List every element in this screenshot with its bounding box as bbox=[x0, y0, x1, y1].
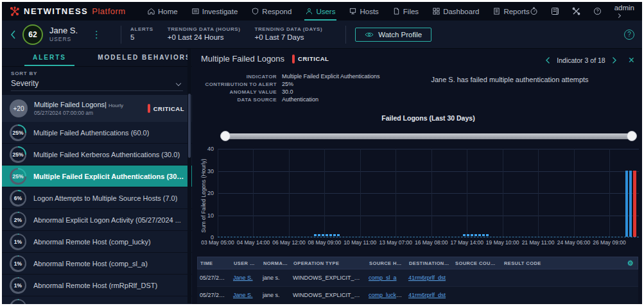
brand-logo[interactable]: NETWITNESS Platform bbox=[10, 6, 148, 17]
alert-indicator-item[interactable]: 1%Abnormal Remote Host (comp_lucky) bbox=[2, 231, 192, 252]
nav-label: Users bbox=[316, 8, 335, 15]
pager-next-button[interactable] bbox=[612, 56, 617, 64]
slider-handle-right[interactable] bbox=[627, 131, 637, 141]
nav-item-files[interactable]: Files bbox=[393, 2, 419, 21]
context-help-icon[interactable]: ? bbox=[624, 30, 634, 40]
close-icon[interactable]: × bbox=[629, 55, 634, 65]
data-point-marker[interactable] bbox=[478, 234, 481, 236]
alert-indicator-label: Multiple Failed Authentications (60.0) bbox=[33, 129, 149, 137]
sidebar-scrollbar[interactable] bbox=[187, 49, 191, 303]
chart-plot-area[interactable]: 010203040 bbox=[218, 149, 639, 237]
indicator-severity-badge: CRITICAL bbox=[292, 55, 329, 64]
x-tick-label: 16 May 08:00 bbox=[415, 239, 448, 246]
data-point-marker[interactable] bbox=[314, 234, 317, 236]
nav-item-investigate[interactable]: Investigate bbox=[192, 2, 238, 21]
jobs-panel-icon[interactable] bbox=[551, 7, 559, 15]
events-table: TIMEUSER NAMENORMALIZED U...OPERATION TY… bbox=[197, 257, 638, 303]
data-point-marker[interactable] bbox=[329, 234, 332, 236]
gridline-vertical bbox=[538, 149, 539, 237]
nav-label: Reports bbox=[503, 8, 529, 15]
data-point-marker[interactable] bbox=[337, 234, 340, 236]
help-icon[interactable] bbox=[593, 7, 602, 15]
column-header[interactable]: TIME bbox=[198, 260, 231, 266]
data-point-marker[interactable] bbox=[471, 234, 473, 236]
contribution-ring: 1% bbox=[10, 277, 26, 294]
nav-item-home[interactable]: Home bbox=[148, 2, 178, 21]
chart-bar[interactable] bbox=[629, 171, 632, 237]
scrollbar-thumb[interactable] bbox=[188, 94, 191, 158]
table-cell-normalized: jane s. bbox=[260, 275, 290, 281]
alert-indicator-item[interactable]: 25%Multiple Failed Kerberos Authenticati… bbox=[2, 144, 192, 165]
alert-indicator-item[interactable]: 25%Multiple Failed Authentications (60.0… bbox=[2, 122, 192, 143]
data-point-marker[interactable] bbox=[318, 234, 320, 236]
table-row[interactable]: 05/27/2024 07:5...Jane S.jane s.WINDOWS_… bbox=[197, 269, 638, 287]
kebab-menu-icon[interactable]: ⋮ bbox=[92, 29, 101, 40]
tab-modeled-behaviors[interactable]: MODELED BEHAVIORS bbox=[97, 49, 192, 66]
nav-label: Dashboard bbox=[443, 8, 479, 15]
data-point-marker[interactable] bbox=[463, 234, 466, 236]
alert-group-header[interactable]: +20 Multiple Failed Logons| Hourly 05/27… bbox=[2, 95, 192, 122]
watch-profile-button[interactable]: Watch Profile bbox=[355, 28, 431, 42]
alert-indicator-item[interactable]: 1%Abnormal Remote Host (comp_sl) bbox=[2, 296, 192, 304]
alert-indicator-item[interactable]: 25%Multiple Failed Explicit Authenticati… bbox=[2, 166, 192, 187]
column-header[interactable]: DESTINATION RES... bbox=[406, 260, 453, 266]
sort-select[interactable]: Severity bbox=[11, 79, 183, 91]
data-point-marker[interactable] bbox=[482, 234, 485, 236]
gridline-vertical bbox=[360, 149, 361, 237]
nav-item-reports[interactable]: Reports bbox=[493, 2, 529, 21]
table-row[interactable]: 05/27/2024 07:5...Jane S.jane s.WINDOWS_… bbox=[197, 287, 638, 303]
slider-track[interactable] bbox=[222, 133, 636, 139]
data-point-marker[interactable] bbox=[467, 234, 469, 236]
alert-indicator-label: Abnormal Remote Host (comp_sl) bbox=[33, 303, 140, 305]
admin-tools-icon[interactable] bbox=[572, 7, 580, 15]
column-header[interactable]: NORMALIZED U... bbox=[261, 260, 291, 266]
column-header[interactable]: RESULT CODE bbox=[501, 260, 623, 266]
table-cell-normalized: jane s. bbox=[260, 292, 290, 298]
chart-bar[interactable] bbox=[625, 171, 628, 237]
alerts-stat-label: ALERTS bbox=[130, 26, 153, 33]
user-link[interactable]: Jane S. bbox=[233, 292, 253, 298]
nav-item-users[interactable]: Users bbox=[306, 2, 335, 21]
nav-item-hosts[interactable]: Hosts bbox=[349, 2, 378, 21]
watch-profile-label: Watch Profile bbox=[378, 31, 422, 38]
data-point-marker[interactable] bbox=[474, 234, 477, 236]
sort-block: SORT BY Severity bbox=[2, 67, 192, 95]
column-header[interactable]: OPERATION TYPE bbox=[291, 260, 367, 266]
nav-item-respond[interactable]: Respond bbox=[252, 2, 292, 21]
destination-link[interactable]: 41rm6rprlf_dst bbox=[408, 292, 446, 298]
back-button[interactable] bbox=[10, 30, 16, 40]
gridline-vertical bbox=[396, 149, 396, 237]
slider-handle-left[interactable] bbox=[220, 131, 231, 141]
alerts-stat: ALERTS 5 bbox=[130, 26, 153, 42]
alert-indicator-item[interactable]: 1%Abnormal Remote Host (rmRpRlf_DST) bbox=[2, 275, 192, 296]
risk-score-badge[interactable]: 62 bbox=[22, 24, 43, 45]
table-cell-destination: 41rm6rprlf_dst bbox=[406, 275, 452, 281]
nav-label: Respond bbox=[262, 8, 292, 15]
dashboard-icon bbox=[433, 8, 440, 15]
source_host-link[interactable]: comp_sl_a bbox=[369, 275, 397, 281]
column-header[interactable]: SOURCE COUNTRY bbox=[453, 260, 501, 266]
pager-prev-button[interactable] bbox=[545, 56, 550, 64]
nav-item-dashboard[interactable]: Dashboard bbox=[433, 2, 479, 21]
column-header[interactable]: SOURCE HOST bbox=[367, 260, 406, 266]
user-link[interactable]: Jane S. bbox=[233, 275, 253, 281]
tab-alerts[interactable]: ALERTS bbox=[2, 49, 97, 66]
alert-indicator-item[interactable]: 1%Abnormal Remote Host (comp_sl_a) bbox=[2, 253, 192, 274]
table-settings-gear-icon[interactable]: ⚙ bbox=[623, 259, 638, 268]
chart-bar[interactable] bbox=[633, 171, 636, 237]
divider bbox=[345, 26, 346, 44]
time-range-slider[interactable] bbox=[222, 131, 636, 141]
data-point-marker[interactable] bbox=[333, 234, 336, 236]
live-services-icon[interactable] bbox=[530, 7, 538, 15]
alert-indicator-label: Logon Attempts to Multiple Source Hosts … bbox=[33, 194, 177, 202]
destination-link[interactable]: 41rm6rprlf_dst bbox=[408, 275, 446, 281]
entity-name: Jane S. bbox=[49, 26, 78, 36]
source_host-link[interactable]: comp_lucky_b bbox=[369, 292, 406, 298]
column-header[interactable]: USER NAME bbox=[231, 260, 261, 266]
admin-menu[interactable]: admin bbox=[614, 4, 634, 19]
data-point-marker[interactable] bbox=[326, 234, 328, 236]
data-point-marker[interactable] bbox=[486, 234, 489, 236]
alert-indicator-item[interactable]: 2%Abnormal Explicit Logon Activity (05/2… bbox=[2, 209, 192, 230]
alert-indicator-item[interactable]: 6%Logon Attempts to Multiple Source Host… bbox=[2, 187, 192, 208]
data-point-marker[interactable] bbox=[322, 234, 324, 236]
